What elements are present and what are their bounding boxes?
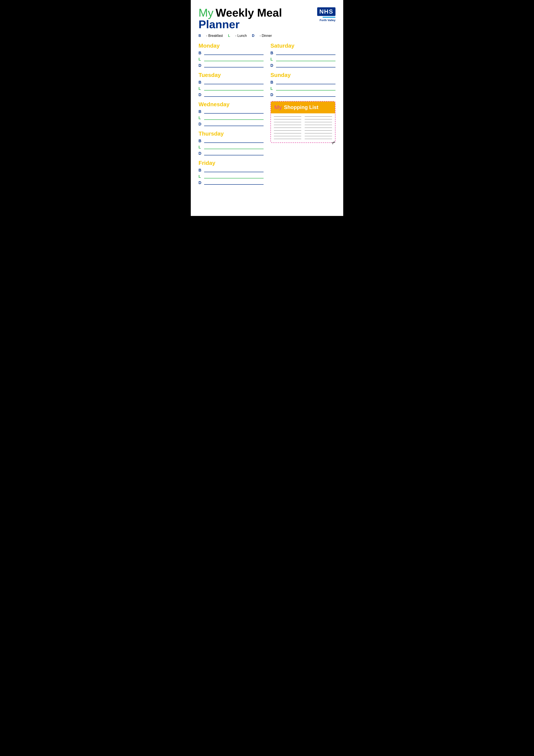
legend-d-text: - Dinner [260,34,272,38]
wednesday-l-line[interactable] [204,120,264,120]
title-weekly-meal: Weekly Meal [216,7,282,19]
title-line1: My Weekly Meal [198,7,317,19]
monday-b-label: B [198,51,203,55]
shopping-line-8[interactable] [305,125,332,125]
shopping-line-2[interactable] [305,116,332,117]
sunday-l-line[interactable] [276,90,336,91]
shopping-item-2 [305,116,332,117]
thursday-l-label: L [198,145,203,149]
nhs-badge: NHS [317,7,336,16]
tuesday-l-label: L [198,86,203,91]
sunday-b-label: B [270,80,275,85]
shopping-line-13[interactable] [274,133,301,133]
nhs-forth-valley: Forth Valley [319,18,336,22]
thursday-b-line[interactable] [204,143,264,143]
title-block: My Weekly Meal Planner [198,7,317,30]
shopping-line-3[interactable] [274,119,301,120]
thursday-b-label: B [198,139,203,143]
title-planner: Planner [198,19,317,30]
saturday-l-line[interactable] [276,61,336,61]
legend-d-label: D [252,34,255,38]
title-my: My [198,7,214,19]
shopping-grid [271,116,335,139]
shopping-line-16[interactable] [305,136,332,136]
shopping-item-5 [274,122,301,122]
saturday-b-line[interactable] [276,55,336,55]
monday-l-label: L [198,57,203,62]
shopping-line-15[interactable] [274,136,301,136]
saturday-d-label: D [270,63,275,68]
saturday-l-label: L [270,57,275,62]
wednesday-d-line[interactable] [204,126,264,126]
day-friday: Friday B L D [198,160,264,185]
shopping-item-12 [305,130,332,131]
saturday-l-row: L [270,57,336,62]
saturday-d-row: D [270,63,336,68]
tuesday-l-row: L [198,86,264,91]
wednesday-b-row: B [198,109,264,114]
friday-d-row: D [198,180,264,185]
shopping-item-9 [274,127,301,128]
day-monday-label: Monday [198,42,264,49]
sunday-b-line[interactable] [276,84,336,84]
sunday-d-row: D [270,93,336,97]
shopping-item-8 [305,125,332,125]
friday-l-line[interactable] [204,178,264,178]
saturday-b-row: B [270,51,336,55]
sunday-d-line[interactable] [276,96,336,97]
sunday-d-label: D [270,93,275,97]
wednesday-l-row: L [198,116,264,120]
shopping-item-15 [274,136,301,136]
shopping-title: Shopping List [284,104,318,110]
wednesday-d-row: D [198,122,264,126]
shopping-line-7[interactable] [274,125,301,125]
saturday-b-label: B [270,51,275,55]
friday-d-label: D [198,180,203,185]
shopping-header: My Shopping List [271,101,335,113]
shopping-line-5[interactable] [274,122,301,122]
day-tuesday: Tuesday B L D [198,72,264,97]
legend: B - Breakfast L - Lunch D - Dinner [198,34,336,38]
shopping-line-11[interactable] [274,130,301,131]
sunday-l-label: L [270,86,275,91]
day-saturday: Saturday B L D [270,42,336,68]
shopping-item-11 [274,130,301,131]
sunday-l-row: L [270,86,336,91]
day-sunday-label: Sunday [270,72,336,78]
tuesday-l-line[interactable] [204,90,264,91]
thursday-b-row: B [198,139,264,143]
shopping-section: My Shopping List [270,101,336,143]
shopping-line-14[interactable] [305,133,332,133]
tuesday-b-row: B [198,80,264,85]
wednesday-b-line[interactable] [204,113,264,114]
friday-b-line[interactable] [204,172,264,172]
shopping-line-12[interactable] [305,130,332,131]
shopping-item-3 [274,119,301,120]
day-wednesday-label: Wednesday [198,101,264,108]
shopping-item-16 [305,136,332,136]
monday-l-line[interactable] [204,61,264,61]
monday-b-line[interactable] [204,55,264,55]
thursday-d-label: D [198,151,203,156]
friday-d-line[interactable] [204,184,264,185]
shopping-line-1[interactable] [274,116,301,117]
shopping-item-1 [274,116,301,117]
friday-l-row: L [198,174,264,179]
thursday-l-row: L [198,145,264,149]
shopping-line-6[interactable] [305,122,332,122]
tuesday-b-line[interactable] [204,84,264,84]
tuesday-d-line[interactable] [204,96,264,97]
page: My Weekly Meal Planner NHS Forth Valley … [191,0,343,216]
right-column: Saturday B L D Sunday B [270,42,336,189]
shopping-item-4 [305,119,332,120]
saturday-d-line[interactable] [276,67,336,68]
monday-d-line[interactable] [204,67,264,68]
thursday-d-line[interactable] [204,155,264,155]
shopping-line-4[interactable] [305,119,332,120]
shopping-line-9[interactable] [274,127,301,128]
friday-l-label: L [198,174,203,179]
shopping-line-10[interactable] [305,127,332,128]
wednesday-d-label: D [198,122,203,126]
legend-b-text: - Breakfast [206,34,223,38]
thursday-l-line[interactable] [204,149,264,149]
